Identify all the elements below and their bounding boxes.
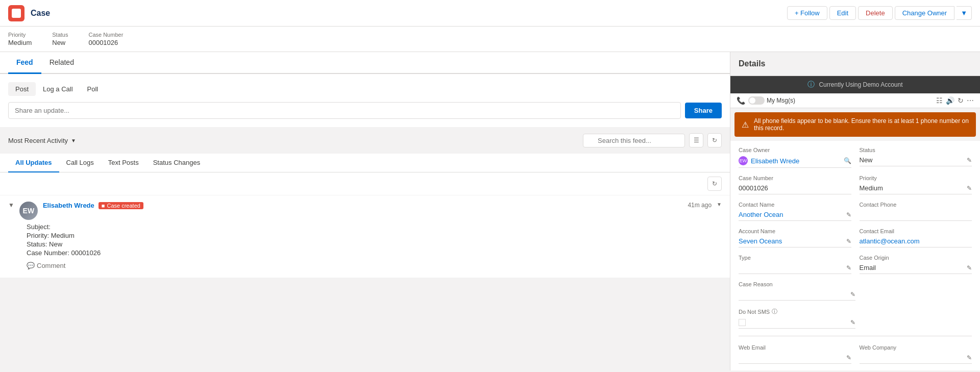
type-edit-icon[interactable]: ✎ (846, 264, 851, 271)
do-not-sms-value: ✎ (739, 316, 855, 329)
case-owner-lookup-icon[interactable]: 🔍 (844, 157, 851, 164)
status-detail-label: Status (860, 147, 972, 153)
top-header: Case + Follow Edit Delete Change Owner ▼ (0, 0, 980, 27)
case-number-detail-field: Case Number 00001026 (739, 175, 851, 194)
activity-filter-chevron-icon[interactable]: ▼ (71, 138, 76, 143)
status-detail-text: New (860, 156, 873, 164)
web-company-value: ✎ (860, 352, 972, 364)
right-panel: Details ⓘ Currently Using Demo Account 📞… (730, 52, 980, 370)
web-email-label: Web Email (739, 344, 851, 351)
tab-related[interactable]: Related (41, 52, 82, 74)
update-tab-status-changes[interactable]: Status Changes (146, 154, 208, 172)
priority-detail-text: Medium (860, 184, 883, 192)
sub-header: Priority Medium Status New Case Number 0… (0, 27, 980, 52)
contact-email-text[interactable]: atlantic@ocean.com (860, 237, 920, 245)
web-email-edit-icon[interactable]: ✎ (846, 354, 851, 361)
contact-phone-value (860, 209, 972, 221)
case-owner-name[interactable]: Elisabeth Wrede (751, 157, 799, 165)
field-status: Status: New (27, 240, 722, 248)
case-reason-edit-icon[interactable]: ✎ (850, 291, 855, 298)
collapse-icon[interactable]: ▼ (8, 202, 14, 209)
comment-link[interactable]: 💬 Comment (27, 262, 722, 269)
feed-refresh-row: ↻ (0, 172, 730, 195)
form-row-type-origin: Type ✎ Case Origin Email ✎ (739, 255, 972, 274)
warning-text: All phone fields appear to be blank. Ens… (754, 117, 969, 132)
follow-button[interactable]: + Follow (787, 6, 827, 20)
demo-banner-text: Currently Using Demo Account (819, 81, 902, 88)
case-origin-edit-icon[interactable]: ✎ (967, 264, 972, 271)
update-tab-call-logs[interactable]: Call Logs (59, 154, 101, 172)
update-tab-text-posts[interactable]: Text Posts (101, 154, 146, 172)
delete-button[interactable]: Delete (858, 6, 893, 20)
change-owner-dropdown-button[interactable]: ▼ (957, 6, 972, 20)
contact-name-text[interactable]: Another Ocean (739, 211, 783, 218)
account-name-edit-icon[interactable]: ✎ (846, 238, 851, 245)
feed-entry-row: ▼ EW Elisabeth Wrede ■ Case created 41m … (0, 195, 730, 222)
share-input[interactable] (8, 102, 681, 119)
type-field: Type ✎ (739, 255, 851, 274)
toggle-switch[interactable] (748, 96, 765, 105)
form-row-web-email-company: Web Email ✎ Web Company ✎ (739, 344, 972, 364)
refresh-msgs-icon[interactable]: ↻ (958, 96, 964, 105)
feed-entry-meta: Elisabeth Wrede ■ Case created (43, 202, 683, 209)
details-header: Details (730, 52, 980, 76)
tab-feed[interactable]: Feed (8, 52, 41, 74)
case-number-value-feed: 00001026 (71, 249, 101, 257)
post-tab-poll[interactable]: Poll (80, 82, 106, 96)
do-not-sms-checkbox[interactable] (739, 319, 746, 326)
post-tab-log-call[interactable]: Log a Call (36, 82, 80, 96)
case-origin-field: Case Origin Email ✎ (860, 255, 972, 274)
case-number-label: Case Number (88, 32, 123, 38)
case-reason-value: ✎ (739, 288, 855, 301)
case-owner-label: Case Owner (739, 147, 851, 153)
filter-msgs-icon[interactable]: ☷ (936, 96, 943, 105)
case-badge-label: Case created (107, 203, 140, 209)
refresh-feed-button[interactable]: ↻ (707, 133, 722, 147)
info-icon: ⓘ (807, 80, 815, 89)
web-email-value: ✎ (739, 352, 851, 364)
case-number-detail-label: Case Number (739, 175, 851, 181)
demo-banner: ⓘ Currently Using Demo Account (730, 76, 980, 93)
case-number-value: 00001026 (88, 39, 118, 46)
do-not-sms-edit-icon[interactable]: ✎ (850, 319, 855, 326)
refresh-feed-top-button[interactable]: ↻ (707, 177, 722, 191)
more-msgs-icon[interactable]: ⋯ (967, 96, 974, 105)
do-not-sms-help-icon[interactable]: ⓘ (772, 308, 777, 315)
filter-icon-button[interactable]: ☰ (689, 133, 703, 147)
share-row: Share (8, 102, 722, 119)
web-company-field: Web Company ✎ (860, 344, 972, 364)
section-divider (739, 336, 972, 336)
contact-phone-field: Contact Phone (860, 202, 972, 221)
share-button[interactable]: Share (685, 103, 722, 118)
status-detail-field: Status New ✎ (860, 147, 972, 168)
search-wrapper: 🔍 (583, 134, 685, 147)
account-name-text[interactable]: Seven Oceans (739, 237, 782, 245)
status-edit-icon[interactable]: ✎ (967, 157, 972, 164)
priority-edit-icon[interactable]: ✎ (967, 185, 972, 192)
page-title: Case (31, 9, 781, 18)
msg-bar-icons: ☷ 🔊 ↻ ⋯ (936, 96, 974, 105)
search-feed-input[interactable] (583, 134, 685, 147)
sound-icon[interactable]: 🔊 (946, 96, 954, 105)
contact-email-value: atlantic@ocean.com (860, 235, 972, 247)
post-tab-post[interactable]: Post (8, 82, 36, 96)
feed-entry-dropdown-icon[interactable]: ▼ (717, 202, 722, 207)
update-tab-all[interactable]: All Updates (8, 154, 59, 172)
status-label-feed: Status: (27, 240, 47, 248)
web-email-field: Web Email ✎ (739, 344, 851, 364)
form-row-account-email: Account Name Seven Oceans ✎ Contact Emai… (739, 228, 972, 247)
feed-author[interactable]: Elisabeth Wrede (43, 202, 94, 209)
case-number-detail-text: 00001026 (739, 184, 768, 192)
case-number-label-feed: Case Number: (27, 249, 69, 257)
msg-bar: 📞 My Msg(s) ☷ 🔊 ↻ ⋯ (730, 93, 980, 108)
priority-detail-value: Medium ✎ (860, 182, 972, 194)
feed-area: Post Log a Call Poll Share (0, 74, 730, 127)
web-company-edit-icon[interactable]: ✎ (967, 354, 972, 361)
contact-name-edit-icon[interactable]: ✎ (846, 211, 851, 218)
status-field: Status New (52, 32, 68, 46)
account-name-field: Account Name Seven Oceans ✎ (739, 228, 851, 247)
my-msgs-label: My Msg(s) (767, 97, 795, 104)
edit-button[interactable]: Edit (829, 6, 856, 20)
do-not-sms-label: Do Not SMS ⓘ (739, 308, 855, 315)
change-owner-button[interactable]: Change Owner (895, 6, 954, 20)
